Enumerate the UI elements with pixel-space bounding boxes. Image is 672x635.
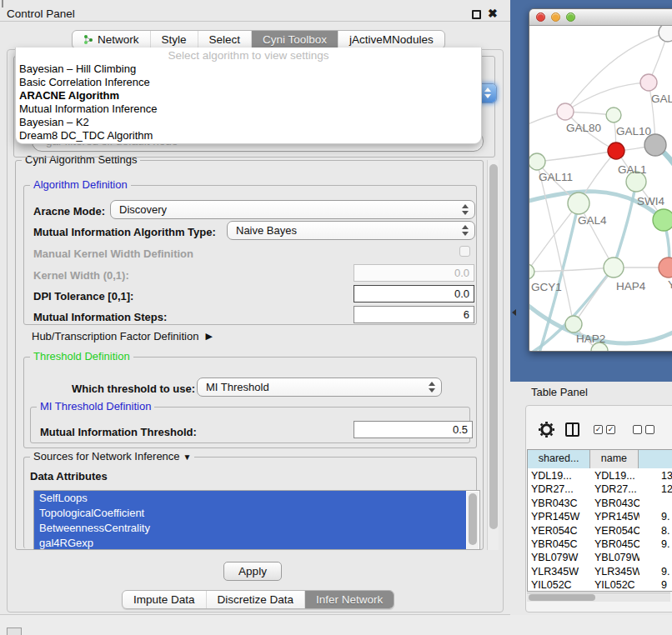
network-node-gal4[interactable] [568,192,589,214]
mi-type-combo[interactable]: Naive Bayes [227,221,475,240]
tab-select[interactable]: Select [198,31,252,48]
table-cell: YIL052C [591,578,639,592]
tab-label: Impute Data [133,593,195,606]
network-node-gal-partial[interactable] [640,74,657,91]
algorithm-option[interactable]: Dream8 DC_TDC Algorithm [16,129,481,142]
column-header[interactable]: name [590,450,638,468]
table-row[interactable]: YIL052CYIL052C9 [528,578,672,592]
screen: { "window": { "title": "Control Panel" }… [0,0,672,635]
table-panel-title: Table Panel [531,386,588,398]
checked-checkbox-icon[interactable]: ✓ [594,425,603,434]
algorithm-option[interactable]: Bayesian – Hill Climbing [16,62,481,76]
table-row[interactable]: YBR043CYBR043C [528,497,672,510]
which-threshold-combo[interactable]: MI Threshold [197,378,442,397]
splitpane-collapse-icon[interactable] [512,309,516,316]
list-scrollbar[interactable] [467,492,479,550]
close-icon[interactable]: ✖ [488,7,498,20]
network-node-bright-green[interactable] [653,209,672,231]
mi-threshold-field[interactable]: 0.5 [354,421,473,438]
network-node-gal1[interactable] [608,142,624,159]
scrollbar-thumb[interactable] [469,493,477,545]
tab-label: Select [209,33,241,46]
tab-infer-network[interactable]: Infer Network [304,591,394,608]
data-attribute-item[interactable]: gal4RGexp [34,536,466,550]
columns-icon[interactable] [565,422,579,437]
table-row[interactable]: YPR145WYPR145W9. [528,510,672,523]
data-attribute-item[interactable]: BetweennessCentrality [34,521,466,536]
unchecked-checkbox-icon[interactable] [645,425,654,434]
table-cell: YPR145W [591,510,639,523]
network-node-gal80[interactable] [557,103,574,120]
checked-checkbox-icon[interactable]: ✓ [606,425,615,434]
apply-button[interactable]: Apply [223,562,282,581]
panel-title: Control Panel [7,8,75,20]
settings-scrollbar[interactable] [487,160,499,550]
scrollbar-thumb[interactable] [489,164,498,529]
column-header[interactable]: shared... [528,450,590,468]
table-h-scrollbar[interactable] [527,592,670,602]
combo-spinner-icon [462,225,469,236]
tab-discretize-data[interactable]: Discretize Data [206,591,305,608]
network-view-window[interactable]: GALGAL80GAL10GAL1GAL11SWI4GAL4GCY1HAP4YH… [529,8,672,352]
table-cell [639,551,672,564]
data-attribute-item[interactable]: TopologicalCoefficient [34,506,466,521]
network-canvas[interactable]: GALGAL80GAL10GAL1GAL11SWI4GAL4GCY1HAP4YH… [529,26,672,352]
tab-cyni-toolbox[interactable]: Cyni Toolbox [251,31,338,48]
network-node-top-partial[interactable] [659,26,672,42]
network-edge[interactable] [565,82,649,112]
table-row[interactable]: YER054CYER054C8. [528,524,672,538]
tab-label: Network [98,33,139,46]
tab-impute-data[interactable]: Impute Data [123,591,206,608]
table-cell: 8. [639,524,672,538]
table-body: YDL19...YDL19...13YDR27...YDR27...12YBR0… [528,469,672,592]
hub-definition-label: Hub/Transcription Factor Definition [32,330,198,342]
network-edge[interactable] [537,151,616,162]
network-node-salmon[interactable] [659,258,672,278]
table-toolbar: ✓ ✓ [539,420,672,438]
combo-spinner-icon [462,204,469,215]
tab-style[interactable]: Style [150,31,198,48]
algorithm-option[interactable]: Mutual Information Inference [16,102,481,116]
table-header-row: shared...name [528,450,672,468]
table-row[interactable]: YDL19...YDL19...13 [528,469,672,482]
table-row[interactable]: YBL079WYBL079W [528,551,672,564]
network-icon [83,34,93,45]
sources-toggle[interactable]: Sources for Network Inference▼ [30,451,194,463]
network-edge[interactable] [529,268,614,272]
table-row[interactable]: YBR045CYBR045C9. [528,538,672,551]
hub-definition-toggle[interactable]: Hub/Transcription Factor Definition ▶ [32,330,213,342]
network-node-hap4[interactable] [604,258,624,278]
table-row[interactable]: YDR27...YDR27...12 [528,482,672,496]
node-label: GAL [651,92,672,105]
mac-close-button[interactable] [536,12,545,22]
table-cell: 13 [639,469,672,482]
algorithm-option[interactable]: Basic Correlation Inference [16,76,481,89]
mi-steps-field[interactable]: 6 [354,306,474,323]
network-node-gcy1[interactable] [529,264,534,279]
network-window-titlebar[interactable] [529,9,672,26]
kernel-width-label: Kernel Width (0,1): [33,269,129,282]
algorithm-option[interactable]: ARACNE Algorithm [16,89,481,102]
algorithm-option[interactable]: Bayesian – K2 [16,116,481,129]
network-node-gal11[interactable] [529,153,545,170]
tab-jactivemnodules[interactable]: jActiveMNodules [338,31,444,48]
scrollbar-thumb[interactable] [529,594,595,601]
column-header[interactable] [639,450,672,468]
table-cell: YBL079W [591,551,639,564]
float-window-icon[interactable] [472,10,481,19]
aracne-mode-combo[interactable]: Discovery [110,200,475,219]
data-attributes-list[interactable]: SelfLoopsTopologicalCoefficientBetweenne… [33,490,480,550]
table-row[interactable]: YLR345WYLR345W9. [528,565,672,578]
mac-zoom-button[interactable] [566,12,575,22]
unchecked-checkbox-icon[interactable] [633,425,642,434]
node-label: SWI4 [637,195,664,208]
table-cell: YDR27... [591,482,639,496]
algorithm-definition-label: Algorithm Definition [30,179,131,191]
tab-network[interactable]: Network [73,31,150,48]
data-attribute-item[interactable]: SelfLoops [34,491,466,506]
network-node-hap2[interactable] [565,316,582,332]
dpi-tolerance-field[interactable]: 0.0 [354,285,474,302]
network-node-gal10[interactable] [606,108,621,122]
mac-minimize-button[interactable] [551,12,560,22]
gear-icon[interactable] [539,422,554,438]
